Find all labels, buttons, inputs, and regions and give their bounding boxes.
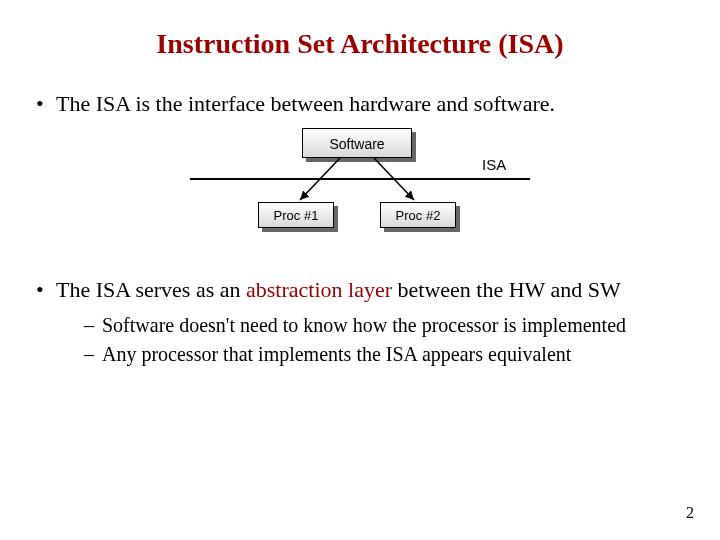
sub-bullet-list: Software doesn't need to know how the pr… (56, 313, 690, 367)
b2-post: between the HW and SW (392, 277, 621, 302)
page-title: Instruction Set Architecture (ISA) (30, 28, 690, 60)
b2-highlight: abstraction layer (246, 277, 392, 302)
diagram-arrows (150, 128, 570, 258)
main-bullet-list-2: The ISA serves as an abstraction layer b… (30, 276, 690, 368)
sub-bullet-sw-hide: Software doesn't need to know how the pr… (84, 313, 690, 338)
proc1-box: Proc #1 (258, 202, 334, 228)
bullet-isa-interface: The ISA is the interface between hardwar… (36, 90, 690, 118)
svg-line-0 (300, 158, 340, 200)
isa-diagram: Software ISA Proc #1 Proc #2 (150, 128, 570, 258)
page-number: 2 (686, 504, 694, 522)
bullet-abstraction-layer: The ISA serves as an abstraction layer b… (36, 276, 690, 368)
svg-line-1 (374, 158, 414, 200)
main-bullet-list: The ISA is the interface between hardwar… (30, 90, 690, 118)
proc2-box: Proc #2 (380, 202, 456, 228)
b2-pre: The ISA serves as an (56, 277, 246, 302)
sub-bullet-equivalent: Any processor that implements the ISA ap… (84, 342, 690, 367)
